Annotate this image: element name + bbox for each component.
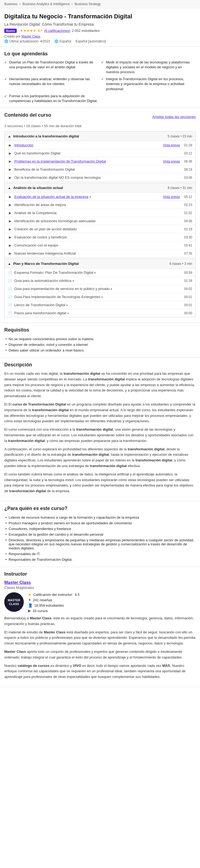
- accordion-arrow: ▲: [8, 186, 11, 190]
- lesson-row-1-1: ▶ Identificación de áreas de mejora 02:2…: [5, 200, 195, 209]
- lesson-row-2-5: 📄 Pasos para transformación digital▾ 00:…: [5, 309, 195, 317]
- accordion-meta: 5 clases • 23 min: [168, 134, 192, 138]
- lesson-time: 01:29: [184, 143, 192, 147]
- lesson-icon: 📄: [8, 279, 12, 283]
- lesson-label: Evaluación de la situación actual de la …: [14, 195, 161, 199]
- for-whom-item: Responsables de Transformación Digital.: [4, 557, 196, 562]
- lesson-time: 03:06: [184, 176, 192, 180]
- lesson-row-2-1: 📄 Guia para la automatización robótica▾ …: [5, 276, 195, 285]
- lesson-icon: ▶: [8, 195, 12, 199]
- lesson-label: Evaluación de costos y beneficios: [14, 235, 182, 239]
- lesson-time: 00:59: [184, 271, 192, 275]
- description-paragraph: El curso también cubrirá temas como el a…: [4, 472, 196, 494]
- dropdown-arrow-icon: ▾: [66, 304, 68, 307]
- accordion-meta: 6 clases • 3 min: [169, 262, 192, 266]
- rating-stars: ★★★★★: [20, 29, 36, 33]
- lesson-row-1-3: ▶ Identificación de soluciones tecnológi…: [5, 217, 195, 225]
- lesson-icon: ▶: [8, 143, 12, 147]
- lesson-label: Problemas en la implementación de Transf…: [14, 159, 161, 163]
- preview-link[interactable]: Vista previa: [163, 195, 179, 199]
- expand-all-link[interactable]: Ampliar todas las secciones: [152, 115, 196, 119]
- bio-paragraph: Nuestro catálogo de cursos es dinámico y…: [4, 663, 196, 680]
- rating-count[interactable]: (6 calificaciones): [44, 29, 70, 33]
- lesson-row-2-4: 📄 Lienzo de Transformación Digital▾ 00:0…: [5, 301, 195, 309]
- breadcrumb-business[interactable]: Business: [4, 2, 17, 6]
- students-label: 18.959 estudiantes: [34, 603, 64, 608]
- lesson-time: 08:19: [184, 168, 192, 172]
- accordion-section-0: ▲Introducción a la transformación digita…: [4, 131, 196, 182]
- instructor-subtitle: Clases Magistrales: [4, 586, 196, 590]
- lesson-row-1-5: ▶ Evaluación de costos y beneficios 03:3…: [5, 233, 195, 241]
- lesson-icon: ▶: [8, 203, 12, 207]
- description-paragraph: El El curso de Transformación Digital es…: [4, 402, 196, 424]
- breadcrumb-strategy[interactable]: Business Strategy: [75, 2, 101, 6]
- lesson-row-2-0: 📄 Esquema Formato: Plan De Transformació…: [5, 268, 195, 276]
- lesson-label: Introducción: [14, 143, 161, 147]
- lesson-label: Nuevas tendencias Inteligencia Artificia…: [14, 251, 182, 255]
- check-icon: ✓: [4, 94, 7, 103]
- lesson-label: Pasos para transformación digital▾: [14, 311, 182, 315]
- check-icon: ✓: [101, 60, 104, 75]
- lesson-time: 04:08: [184, 219, 192, 223]
- lesson-link[interactable]: Evaluación de la situación actual de la …: [14, 195, 88, 199]
- preview-link[interactable]: Vista previa: [163, 143, 179, 147]
- for-whom-title: ¿Para quién es este curso?: [4, 506, 196, 512]
- learn-item: ✓Herramientas para analizar, entender y …: [4, 77, 99, 92]
- accordion-title: Plan y Marco de Transformación Digital: [13, 261, 167, 266]
- content-meta: 3 secciones • 19 clases • 55 min de dura…: [4, 124, 196, 128]
- bio-paragraph: Bienvenido(a) a Master Class, este es un…: [4, 616, 196, 627]
- lesson-time: 00:01: [184, 295, 192, 299]
- accordion-header-2[interactable]: ▲Plan y Marco de Transformación Digital6…: [5, 259, 195, 268]
- description-section: Descripción En un mundo cada vez más dig…: [0, 358, 200, 501]
- instructor-section: Instructor Master Class Clases Magistral…: [0, 567, 200, 687]
- accordion-header-0[interactable]: ▲Introducción a la transformación digita…: [5, 131, 195, 141]
- lesson-label: Comunicación con el equipo: [14, 243, 182, 247]
- learn-item: ✓Formar a los participantes para la adqu…: [4, 94, 99, 103]
- requirement-item: Debes saber utilizar un ordenador a nive…: [4, 347, 196, 353]
- lesson-link[interactable]: Introducción: [14, 143, 33, 147]
- dropdown-arrow-icon: ▾: [102, 296, 103, 299]
- dropdown-arrow-icon: ▾: [73, 279, 74, 282]
- course-title: Digitaliza tu Negocio - Transformación D…: [4, 13, 196, 21]
- lesson-time: 07:35: [184, 252, 192, 255]
- lesson-label: Identificación de áreas de mejora: [14, 203, 182, 207]
- meta-row: 🌐 Última actualización: 4/2023 🌐 Español…: [4, 39, 196, 43]
- badge-nuevo: Nuevo: [4, 29, 17, 33]
- description-paragraph: A continuación, el curso explorará en pr…: [4, 446, 196, 469]
- lesson-row-0-0: ▶ Introducción Vista previa 01:29: [5, 141, 195, 149]
- rating-label: Calificación del instructor:: [33, 593, 73, 597]
- lesson-time: 02:23: [184, 203, 192, 207]
- content-title: Contenido del curso: [4, 112, 51, 118]
- lesson-time: 00:00: [184, 311, 192, 315]
- for-whom-list: Líderes de recursos humanos a cargo de l…: [4, 515, 196, 562]
- lesson-icon: 📄: [8, 311, 12, 315]
- for-whom-item: Encargados de la gestión del cambio y el…: [4, 532, 196, 537]
- breadcrumb: Business › Business Analytics & Intellig…: [0, 0, 200, 8]
- lesson-label: Análisis de la Competencia: [14, 211, 182, 215]
- instructor-name[interactable]: Master Class: [4, 580, 196, 585]
- lesson-row-1-6: ▶ Comunicación con el equipo 03:41: [5, 241, 195, 249]
- creator-link[interactable]: Master Class: [21, 35, 40, 38]
- lesson-icon: ▶: [8, 151, 12, 155]
- accordion-arrow: ▲: [8, 262, 11, 266]
- rating-row: Nuevo ★★★★★ 4.7 (6 calificaciones) 2.002…: [4, 29, 196, 33]
- learn-section: Lo que aprenderás ✓Diseñar un Plan de Tr…: [0, 47, 200, 108]
- lesson-time: 00:01: [184, 303, 192, 307]
- accordion-header-1[interactable]: ▲Análisis de la situación actual8 clases…: [5, 183, 195, 192]
- dropdown-arrow-icon: ▾: [111, 287, 112, 290]
- dropdown-arrow-icon: ▾: [94, 271, 96, 274]
- lesson-link[interactable]: Problemas en la implementación de Transf…: [14, 159, 106, 163]
- accordion-section-2: ▲Plan y Marco de Transformación Digital6…: [4, 259, 196, 317]
- lesson-row-1-2: ▶ Análisis de la Competencia 01:52: [5, 209, 195, 217]
- preview-link[interactable]: Vista previa: [163, 160, 179, 163]
- lesson-row-1-0: ▶ Evaluación de la situación actual de l…: [5, 192, 195, 200]
- lesson-time: 02:19: [184, 227, 192, 231]
- dropdown-arrow-icon: ▾: [89, 195, 91, 198]
- lesson-label: Creación de un plan de acción detallado: [14, 227, 182, 231]
- courses-icon: ▶: [28, 609, 31, 613]
- learn-item: ✓Diseñar un Plan de Transformación Digit…: [4, 60, 99, 75]
- courses-label: 10 cursos: [33, 609, 48, 613]
- description-paragraph: El curso comenzará con una introducción …: [4, 427, 196, 443]
- learn-item: ✓Integrar la Transformación Digital en l…: [101, 77, 196, 92]
- breadcrumb-analytics[interactable]: Business Analytics & Intelligence: [23, 2, 70, 6]
